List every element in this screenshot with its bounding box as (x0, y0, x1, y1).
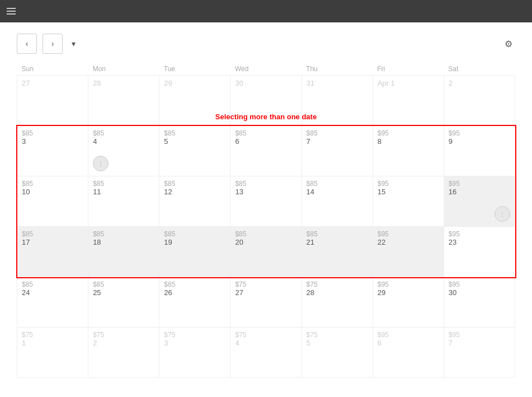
calendar-cell[interactable]: $7527 (230, 277, 302, 328)
cell-price: $95 (449, 281, 510, 288)
hamburger-menu[interactable] (7, 8, 19, 15)
calendar-cell[interactable]: 30 (230, 76, 302, 126)
calendar-cell[interactable]: $753 (159, 328, 230, 378)
cell-price: $85 (22, 281, 83, 288)
calendar-cell[interactable]: $8518 (88, 227, 159, 277)
drag-handle[interactable]: ⋮ (93, 156, 109, 171)
calendar-cell[interactable]: 31 (302, 76, 373, 126)
cell-price: $85 (93, 129, 154, 137)
prev-month-button[interactable]: ‹ (17, 34, 37, 54)
calendar-cell[interactable]: $8510 (17, 176, 88, 227)
cell-date: 30 (449, 288, 510, 297)
cell-price: $85 (93, 230, 154, 238)
calendar-cell[interactable]: $751 (17, 328, 88, 378)
day-header-sat: Sat (444, 63, 515, 76)
calendar-cell[interactable]: 27 (17, 76, 88, 126)
cell-date: 28 (307, 288, 368, 297)
calendar-cell[interactable]: $8520 (230, 227, 302, 277)
cell-date: 3 (164, 339, 225, 347)
cell-price: $85 (22, 129, 83, 137)
cell-date: 9 (449, 137, 510, 146)
cell-price: $85 (164, 129, 225, 137)
cell-date: 23 (449, 238, 510, 246)
cell-price: $75 (307, 281, 368, 288)
calendar-cell[interactable]: $959 (444, 126, 515, 176)
calendar-cell[interactable]: $857 (302, 126, 373, 176)
cell-price: $85 (235, 129, 296, 137)
cell-date: 2 (449, 79, 510, 87)
calendar-cell[interactable]: $9523 (444, 227, 515, 277)
calendar-cell[interactable]: $958 (373, 126, 444, 176)
calendar-cell[interactable]: $855 (159, 126, 230, 176)
cell-price: $85 (164, 281, 225, 288)
calendar-cell[interactable]: $8514 (302, 176, 373, 227)
cell-date: 6 (235, 137, 296, 146)
cell-date: Apr 1 (378, 79, 439, 87)
cell-price: $95 (449, 180, 510, 188)
calendar-cell[interactable]: $856 (230, 126, 302, 176)
cell-price: $95 (378, 230, 439, 238)
top-bar (0, 0, 532, 22)
cell-price: $85 (93, 281, 154, 288)
month-dropdown-arrow[interactable]: ▾ (72, 39, 76, 48)
settings-button[interactable]: ⚙ (505, 39, 515, 49)
calendar-cell[interactable]: $8511 (88, 176, 159, 227)
day-header-wed: Wed (230, 63, 302, 76)
calendar-cell[interactable]: $755 (302, 328, 373, 378)
calendar-cell[interactable]: $8521 (302, 227, 373, 277)
calendar-cell[interactable]: $7528 (302, 277, 373, 328)
calendar-cell[interactable]: $9522 (373, 227, 444, 277)
calendar-week-row: $751$752$753$754$755$956$957 (17, 328, 515, 378)
cell-date: 25 (93, 288, 154, 297)
calendar-cell[interactable]: 29 (159, 76, 230, 126)
calendar-cell[interactable]: 28 (88, 76, 159, 126)
cell-price: $95 (449, 129, 510, 137)
cell-price: $85 (307, 180, 368, 188)
cell-price: $75 (93, 331, 154, 339)
cell-date: 28 (93, 79, 154, 87)
cell-date: 27 (22, 79, 83, 87)
cell-date: 29 (164, 79, 225, 87)
cell-date: 2 (93, 339, 154, 347)
drag-handle[interactable]: ⋮ (495, 206, 510, 222)
calendar-cell[interactable]: $9530 (444, 277, 515, 328)
calendar-cell[interactable]: $752 (88, 328, 159, 378)
calendar-cell[interactable]: $9529 (373, 277, 444, 328)
cell-date: 18 (93, 238, 154, 246)
calendar-cell[interactable]: $8517 (17, 227, 88, 277)
calendar-cell[interactable]: $754 (230, 328, 302, 378)
cell-price: $85 (22, 180, 83, 188)
cell-date: 17 (22, 238, 83, 246)
cell-date: 4 (93, 137, 154, 146)
cell-price: $75 (22, 331, 83, 339)
calendar-cell[interactable]: $853 (17, 126, 88, 176)
calendar-cell[interactable]: 2 (444, 76, 515, 126)
calendar-cell[interactable]: $8524 (17, 277, 88, 328)
next-month-button[interactable]: › (43, 34, 63, 54)
calendar-cell[interactable]: $854⋮ (88, 126, 159, 176)
cell-date: 5 (164, 137, 225, 146)
calendar-week-row: $8510$8511$8512$8513$8514$9515$9516⋮ (17, 176, 515, 227)
cell-price: $95 (378, 331, 439, 339)
calendar-cell[interactable]: $956 (373, 328, 444, 378)
day-header-mon: Mon (88, 63, 159, 76)
cell-price: $85 (235, 180, 296, 188)
cell-price: $75 (164, 331, 225, 339)
calendar-cell[interactable]: $8525 (88, 277, 159, 328)
cell-price: $85 (235, 230, 296, 238)
cell-date: 16 (449, 188, 510, 196)
cell-date: 31 (307, 79, 368, 87)
cell-date: 12 (164, 188, 225, 196)
calendar-week-row: $8524$8525$8526$7527$7528$9529$9530 (17, 277, 515, 328)
calendar-cell[interactable]: $9516⋮ (444, 176, 515, 227)
day-header-fri: Fri (373, 63, 444, 76)
calendar-cell[interactable]: $8513 (230, 176, 302, 227)
calendar-cell[interactable]: $9515 (373, 176, 444, 227)
calendar-cell[interactable]: $957 (444, 328, 515, 378)
calendar-cell[interactable]: $8526 (159, 277, 230, 328)
calendar-cell[interactable]: $8519 (159, 227, 230, 277)
calendar-cell[interactable]: $8512 (159, 176, 230, 227)
cell-date: 8 (378, 137, 439, 146)
cell-price: $85 (307, 129, 368, 137)
calendar-cell[interactable]: Apr 1 (373, 76, 444, 126)
